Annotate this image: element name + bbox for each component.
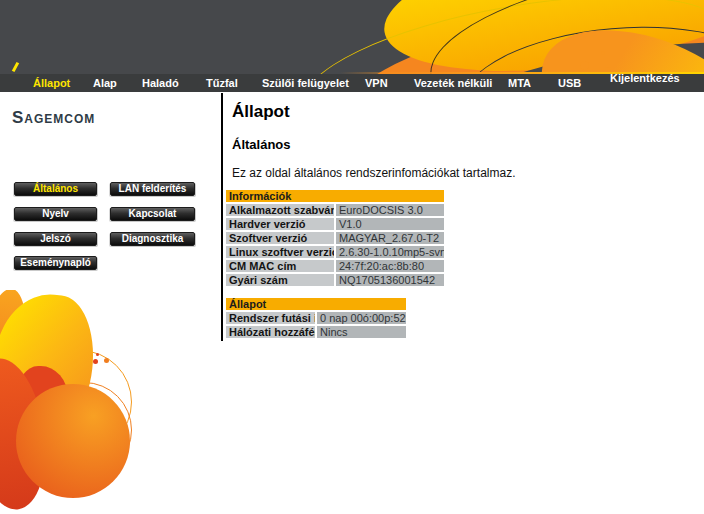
- flower-dot: [104, 358, 109, 363]
- table-row: Hardver verzió V1.0: [226, 218, 444, 230]
- table-row: Alkalmazott szabvány EuroDOCSIS 3.0: [226, 204, 444, 216]
- banner-dot: [580, 61, 589, 70]
- row-value: Nincs: [317, 326, 406, 338]
- sidebar-item-kapcsolat[interactable]: Kapcsolat: [110, 207, 195, 221]
- flower-petal: [16, 366, 68, 432]
- flower-petal: [0, 290, 34, 421]
- row-label: Szoftver verzió: [226, 232, 334, 244]
- table-row: Hálózati hozzáférés Nincs: [226, 326, 406, 338]
- row-label: Alkalmazott szabvány: [226, 204, 334, 216]
- info-table: Információk Alkalmazott szabvány EuroDOC…: [224, 188, 446, 288]
- sidebar-item-jelszo[interactable]: Jelszó: [14, 232, 97, 246]
- top-nav: Állapot Alap Haladó Tűzfal Szülői felügy…: [0, 74, 704, 92]
- table-section-header: Állapot: [226, 298, 406, 310]
- row-value: EuroDOCSIS 3.0: [336, 204, 444, 216]
- page-subtitle: Általános: [232, 137, 694, 152]
- flower-circle: [16, 384, 130, 498]
- row-label: Gyári szám: [226, 274, 334, 286]
- sidebar-item-nyelv[interactable]: Nyelv: [14, 207, 97, 221]
- sagemcom-logo: Sagemcom: [12, 108, 95, 128]
- banner-yellow-tick: [12, 62, 19, 72]
- row-label: Rendszer futási idő: [226, 312, 315, 324]
- row-value: 2.6.30-1.0.10mp5-svn4028: [336, 246, 444, 258]
- page-title: Állapot: [232, 102, 694, 122]
- table-row: Szoftver verzió MAGYAR_2.67.0-T2: [226, 232, 444, 244]
- banner: [0, 0, 704, 74]
- banner-dot: [601, 51, 605, 55]
- flower-decoration: [0, 290, 140, 514]
- nav-item-vezetek-nelkuli[interactable]: Vezeték nélküli: [414, 77, 492, 89]
- table-row: Rendszer futási idő 0 nap 00ó:00p:52mp: [226, 312, 406, 324]
- table-row: Gyári szám NQ1705136001542: [226, 274, 444, 286]
- row-label: CM MAC cím: [226, 260, 334, 272]
- sidebar-item-altalanos[interactable]: Általános: [14, 182, 97, 196]
- row-label: Hálózati hozzáférés: [226, 326, 315, 338]
- router-admin-page: Állapot Alap Haladó Tűzfal Szülői felügy…: [0, 0, 704, 514]
- row-label: Hardver verzió: [226, 218, 334, 230]
- nav-item-kijelentkezes[interactable]: Kijelentkezés: [610, 72, 680, 84]
- page-description: Ez az oldal általános rendszerinfomációk…: [232, 166, 694, 180]
- nav-item-halado[interactable]: Haladó: [142, 77, 179, 89]
- nav-item-tuzfal[interactable]: Tűzfal: [206, 77, 238, 89]
- nav-item-vpn[interactable]: VPN: [365, 77, 388, 89]
- flower-ring: [36, 382, 132, 478]
- nav-item-mta[interactable]: MTA: [508, 77, 531, 89]
- status-table: Állapot Rendszer futási idő 0 nap 00ó:00…: [224, 296, 408, 340]
- row-label: Linux szoftver verzió: [226, 246, 334, 258]
- row-value: NQ1705136001542: [336, 274, 444, 286]
- flower-ring: [28, 350, 132, 454]
- flower-petal: [0, 290, 100, 449]
- flower-dot: [93, 359, 98, 364]
- nav-item-usb[interactable]: USB: [558, 77, 581, 89]
- nav-item-alap[interactable]: Alap: [93, 77, 117, 89]
- row-value: MAGYAR_2.67.0-T2: [336, 232, 444, 244]
- sidebar-item-diagnosztika[interactable]: Diagnosztika: [110, 232, 195, 246]
- flower-petal: [0, 354, 54, 514]
- sidebar-item-esemenynaplo[interactable]: Eseménynapló: [14, 256, 97, 270]
- row-value: 0 nap 00ó:00p:52mp: [317, 312, 406, 324]
- nav-item-szuloi-felugyelet[interactable]: Szülői felügyelet: [262, 77, 349, 89]
- main-content: Állapot Általános Ez az oldal általános …: [224, 96, 694, 340]
- row-value: 24:7f:20:ac:8b:80: [336, 260, 444, 272]
- table-row: Linux szoftver verzió 2.6.30-1.0.10mp5-s…: [226, 246, 444, 258]
- nav-item-allapot[interactable]: Állapot: [33, 77, 70, 89]
- flower-dot: [96, 353, 99, 356]
- table-row: CM MAC cím 24:7f:20:ac:8b:80: [226, 260, 444, 272]
- sidebar-item-lan-felderites[interactable]: LAN felderítés: [110, 182, 195, 196]
- table-section-header: Információk: [226, 190, 444, 202]
- row-value: V1.0: [336, 218, 444, 230]
- content-divider-line: [221, 93, 223, 341]
